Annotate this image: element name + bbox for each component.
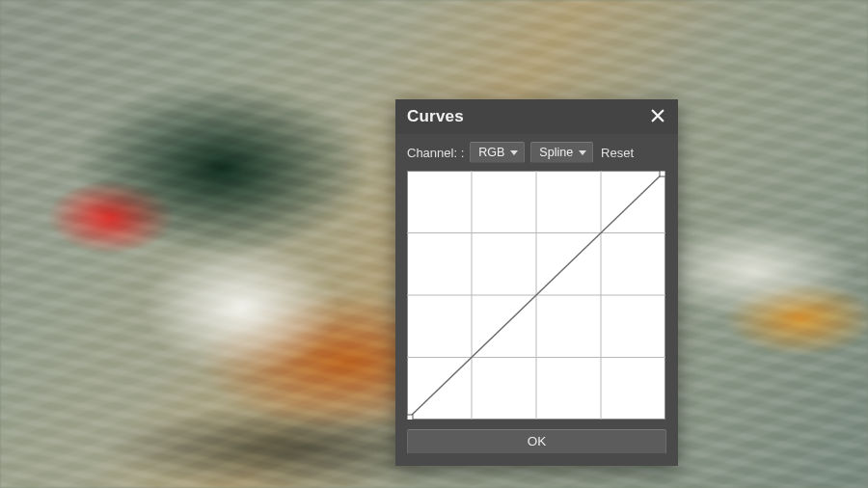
chevron-down-icon [510,150,518,155]
curves-graph[interactable] [407,171,665,420]
controls-row: Channel: : RGB Spline Reset [407,142,666,163]
channel-select-value: RGB [478,146,504,159]
dialog-title: Curves [407,107,464,126]
chevron-down-icon [579,150,586,155]
channel-select[interactable]: RGB [470,142,525,163]
close-button[interactable] [647,106,668,127]
reset-button[interactable]: Reset [601,146,634,160]
dialog-titlebar[interactable]: Curves [395,99,678,134]
curve-handle-shadow[interactable] [407,415,413,420]
curve-type-select-value: Spline [539,146,573,159]
curve-handle-highlight[interactable] [660,171,665,176]
curve-type-select[interactable]: Spline [530,142,593,163]
dialog-body: Channel: : RGB Spline Reset [395,134,678,466]
ok-button[interactable]: OK [407,429,666,454]
channel-label: Channel: : [407,146,464,160]
curves-dialog: Curves Channel: : RGB Spline Reset [395,99,678,466]
close-icon [649,107,666,127]
